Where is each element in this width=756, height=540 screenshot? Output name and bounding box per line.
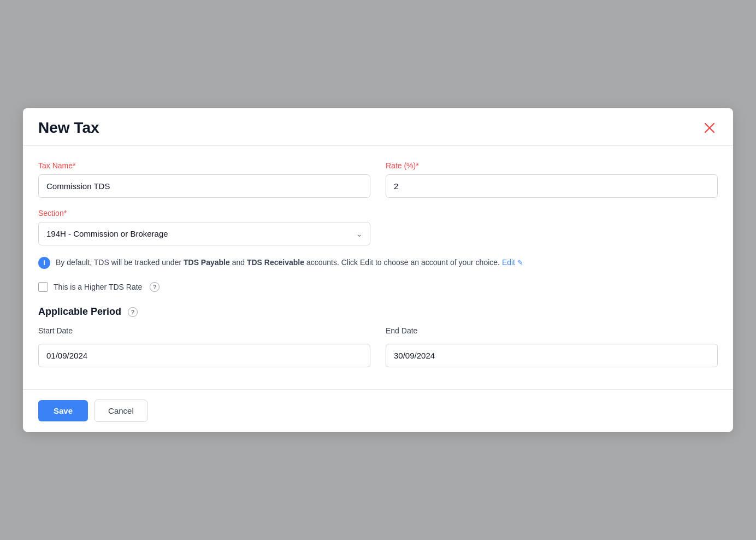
- close-icon: [704, 122, 716, 134]
- section-row: Section* 194H - Commission or Brokerage …: [38, 209, 718, 245]
- info-suffix: accounts. Click Edit to choose an accoun…: [304, 258, 502, 267]
- higher-tds-label: This is a Higher TDS Rate: [54, 283, 142, 291]
- section-select[interactable]: 194H - Commission or Brokerage 194A - In…: [38, 222, 370, 245]
- applicable-period-label: Applicable Period: [38, 306, 121, 318]
- end-date-group: End Date: [386, 326, 718, 367]
- edit-label: Edit: [502, 258, 515, 267]
- date-row: Start Date End Date: [38, 326, 718, 367]
- modal-footer: Save Cancel: [23, 389, 733, 432]
- applicable-period-title: Applicable Period ?: [38, 306, 718, 318]
- close-button[interactable]: [701, 120, 718, 136]
- modal-body: Tax Name* Rate (%)* Section* 194H - Comm…: [23, 146, 733, 389]
- edit-link[interactable]: Edit✎: [502, 258, 523, 267]
- save-button[interactable]: Save: [38, 400, 88, 421]
- info-icon: i: [38, 257, 50, 269]
- rate-label: Rate (%)*: [386, 161, 718, 170]
- info-box: i By default, TDS will be tracked under …: [38, 256, 718, 269]
- modal-header: New Tax: [23, 108, 733, 146]
- tax-name-rate-row: Tax Name* Rate (%)*: [38, 161, 718, 198]
- higher-tds-checkbox[interactable]: [38, 282, 48, 292]
- rate-input[interactable]: [386, 174, 718, 198]
- tax-name-group: Tax Name*: [38, 161, 370, 198]
- applicable-period-section: Applicable Period ? Start Date End Date: [38, 306, 718, 367]
- section-right-spacer: [386, 209, 718, 245]
- tax-name-label: Tax Name*: [38, 161, 370, 170]
- tds-payable-text: TDS Payable: [184, 258, 230, 267]
- modal-overlay: New Tax Tax Name* Rate (%)*: [0, 0, 756, 540]
- start-date-label: Start Date: [38, 326, 370, 335]
- info-mid: and: [230, 258, 247, 267]
- section-select-wrapper: 194H - Commission or Brokerage 194A - In…: [38, 222, 370, 245]
- start-date-input[interactable]: [38, 344, 370, 367]
- section-group: Section* 194H - Commission or Brokerage …: [38, 209, 370, 245]
- section-label: Section*: [38, 209, 370, 218]
- edit-icon: ✎: [517, 257, 523, 269]
- tax-name-input[interactable]: [38, 174, 370, 198]
- higher-tds-help-icon[interactable]: ?: [150, 282, 160, 292]
- start-date-group: Start Date: [38, 326, 370, 367]
- end-date-label: End Date: [386, 326, 718, 335]
- new-tax-modal: New Tax Tax Name* Rate (%)*: [23, 108, 733, 432]
- higher-tds-row: This is a Higher TDS Rate ?: [38, 282, 718, 292]
- info-text: By default, TDS will be tracked under TD…: [56, 256, 523, 269]
- tds-receivable-text: TDS Receivable: [247, 258, 304, 267]
- cancel-button[interactable]: Cancel: [94, 400, 147, 422]
- info-prefix: By default, TDS will be tracked under: [56, 258, 184, 267]
- modal-title: New Tax: [38, 119, 99, 137]
- rate-group: Rate (%)*: [386, 161, 718, 198]
- end-date-input[interactable]: [386, 344, 718, 367]
- applicable-period-help-icon[interactable]: ?: [128, 307, 138, 317]
